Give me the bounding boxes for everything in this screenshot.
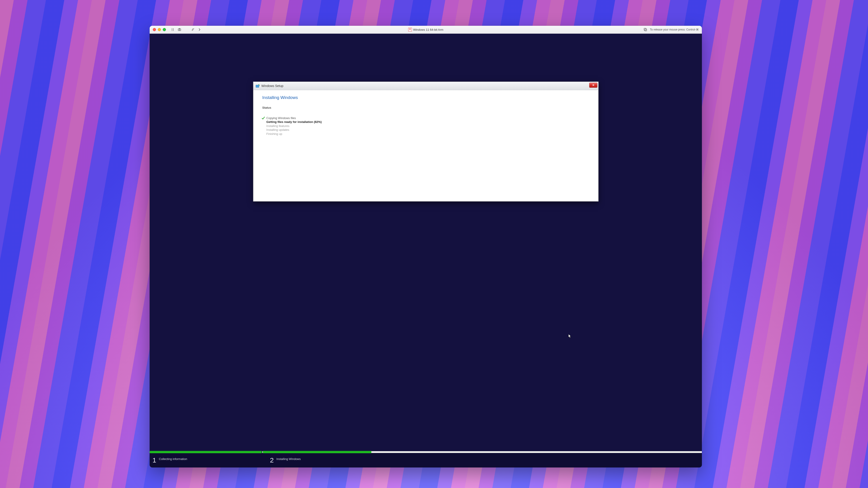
install-progress-strip: 1 Collecting information 2 Installing Wi… xyxy=(150,451,702,467)
svg-rect-7 xyxy=(645,29,647,31)
vm-titlebar: II Windows 11 64-bit Arm To release your… xyxy=(150,26,702,34)
dialog-heading: Installing Windows xyxy=(262,95,589,100)
install-step: Getting files ready for installation (82… xyxy=(261,120,589,124)
svg-point-3 xyxy=(179,29,180,30)
mouse-cursor-icon xyxy=(568,334,571,338)
dialog-titlebar[interactable]: Windows Setup ✕ xyxy=(253,82,598,90)
dialog-title: Windows Setup xyxy=(261,84,283,88)
stage-label: Installing Windows xyxy=(276,457,301,461)
stage-number: 2 xyxy=(270,457,274,464)
install-stage: 1 Collecting information xyxy=(150,453,267,467)
dialog-close-button[interactable]: ✕ xyxy=(589,83,597,88)
install-step: Finishing up xyxy=(261,132,589,136)
install-stage: 2 Installing Windows xyxy=(267,453,385,467)
vm-title-text: Windows 11 64-bit Arm xyxy=(413,28,443,31)
progress-track xyxy=(150,451,702,453)
release-mouse-hint: To release your mouse press: Control-⌘ xyxy=(650,28,699,31)
chevron-right-icon[interactable] xyxy=(197,28,201,31)
install-stages: 1 Collecting information 2 Installing Wi… xyxy=(150,453,702,467)
install-step-label: Installing updates xyxy=(266,128,289,132)
svg-marker-11 xyxy=(568,334,571,338)
install-step-label: Finishing up xyxy=(266,132,282,136)
windows-setup-dialog: Windows Setup ✕ Installing Windows Statu… xyxy=(253,82,598,201)
progress-divider xyxy=(262,451,262,453)
svg-point-5 xyxy=(193,29,194,29)
snapshot-icon[interactable] xyxy=(178,28,181,31)
zoom-window-button[interactable] xyxy=(163,28,166,31)
progress-segment-1 xyxy=(150,451,262,453)
install-step: Installing updates xyxy=(261,128,589,132)
install-step: Copying Windows files xyxy=(261,116,589,120)
actions-menu-icon[interactable] xyxy=(191,28,195,31)
status-label: Status xyxy=(262,106,589,109)
install-step-label: Getting files ready for installation (82… xyxy=(266,120,322,124)
install-step-label: Copying Windows files xyxy=(266,116,296,120)
pause-vm-icon[interactable] xyxy=(171,28,175,31)
dialog-body: Installing Windows Status Copying Window… xyxy=(253,90,598,201)
minimize-window-button[interactable] xyxy=(158,28,161,31)
vm-title: II Windows 11 64-bit Arm xyxy=(150,28,702,31)
install-step: Installing features xyxy=(261,124,589,128)
vm-toolbar-left xyxy=(171,28,181,31)
stage-label: Collecting information xyxy=(159,457,187,461)
vm-window: II Windows 11 64-bit Arm To release your… xyxy=(150,26,702,467)
windows-setup-icon xyxy=(255,84,259,88)
svg-rect-6 xyxy=(644,28,646,30)
stage-number: 1 xyxy=(152,457,156,464)
install-steps-list: Copying Windows filesGetting files ready… xyxy=(261,116,589,136)
guest-screen: Windows Setup ✕ Installing Windows Statu… xyxy=(150,34,702,467)
vm-toolbar-right: To release your mouse press: Control-⌘ xyxy=(644,28,699,31)
coherence-icon[interactable] xyxy=(644,28,647,31)
vm-toolbar-actions xyxy=(191,28,201,31)
window-controls xyxy=(153,28,166,31)
parallels-icon: II xyxy=(408,28,412,31)
install-step-label: Installing features xyxy=(266,124,289,128)
close-window-button[interactable] xyxy=(153,28,156,31)
progress-segment-2 xyxy=(263,451,371,453)
svg-rect-8 xyxy=(256,85,259,88)
check-icon xyxy=(261,116,265,120)
